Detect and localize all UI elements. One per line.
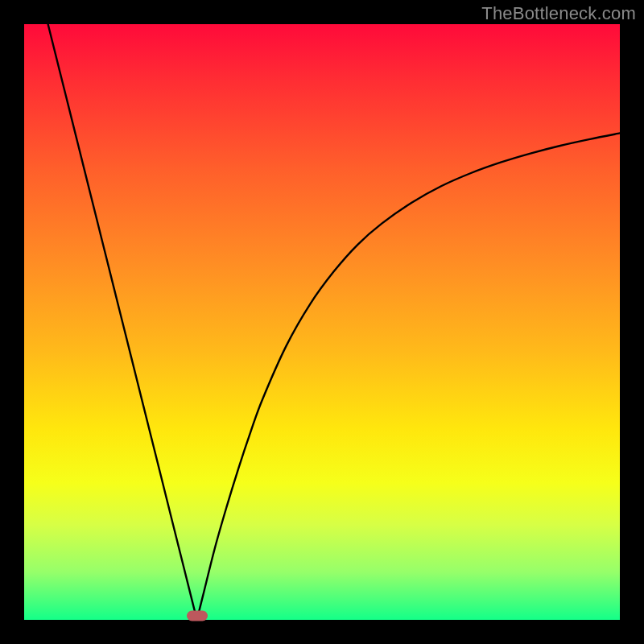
plot-area: [24, 24, 620, 620]
watermark-text: TheBottleneck.com: [481, 3, 636, 24]
minimum-marker: [187, 611, 208, 621]
curve-path: [48, 24, 620, 623]
chart-frame: TheBottleneck.com: [0, 0, 644, 644]
bottleneck-curve: [24, 24, 620, 620]
